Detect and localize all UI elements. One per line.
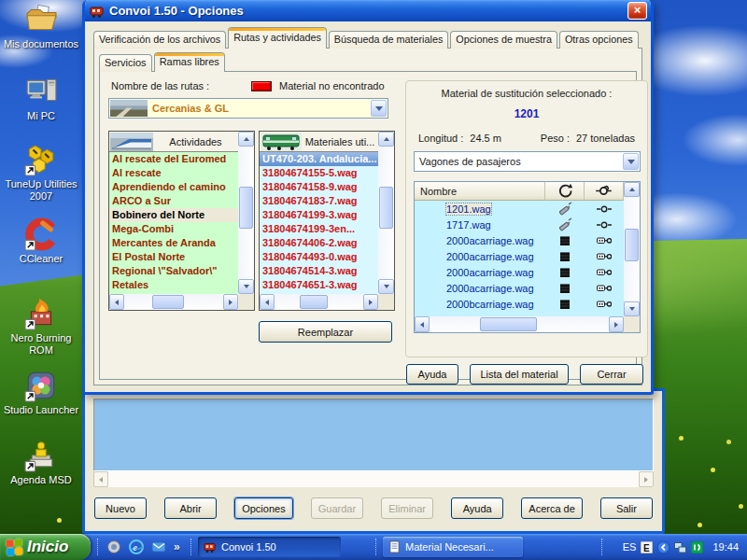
taskbar-button-convoi[interactable]: Convoi 1.50 <box>198 537 341 557</box>
scroll-button[interactable] <box>639 471 654 487</box>
desktop-icon-my-computer[interactable]: Mi PC <box>2 75 80 122</box>
coupling-icon[interactable] <box>585 182 624 201</box>
ayuda-button[interactable]: Ayuda <box>406 364 458 385</box>
materials-vertical-scrollbar[interactable] <box>378 132 394 294</box>
table-row[interactable]: 1201.wag <box>415 201 624 217</box>
scroll-button[interactable] <box>238 132 254 147</box>
reverse-icon[interactable] <box>545 182 585 201</box>
acerca-de-button[interactable]: Acerca de <box>521 497 583 519</box>
tab-b-squeda-de-materiales[interactable]: Búsqueda de materiales <box>329 31 448 49</box>
scroll-button[interactable] <box>363 294 378 310</box>
activity-item[interactable]: Regional \"Salvador\" <box>109 264 238 278</box>
activity-item[interactable]: Retales <box>109 278 238 292</box>
network-icon[interactable] <box>674 541 686 553</box>
tab-otras-opciones[interactable]: Otras opciones <box>559 31 639 49</box>
category-combobox[interactable]: Vagones de pasajeros <box>414 151 641 172</box>
subtab-ramas-libres[interactable]: Ramas libres <box>154 52 225 72</box>
dialog-titlebar[interactable]: Convoi 1.50 - Opciones × <box>85 0 651 21</box>
ayuda-button[interactable]: Ayuda <box>451 497 503 519</box>
activity-item[interactable]: Aprendiendo el camino <box>109 180 238 194</box>
language-indicator[interactable]: ES <box>623 541 637 553</box>
scroll-button[interactable] <box>260 294 275 310</box>
main-window-content-area[interactable] <box>93 399 654 471</box>
material-item[interactable]: 31804674199-3.wag <box>260 208 378 222</box>
material-item[interactable]: UT470-203. Andalucia... <box>260 152 378 166</box>
green-app-icon[interactable] <box>691 541 703 553</box>
desktop-icon-nero[interactable]: Nero Burning ROM <box>2 297 80 357</box>
table-row[interactable]: 2000acarriage.wag <box>415 280 624 296</box>
desktop-icon-agenda-msd[interactable]: Agenda MSD <box>2 439 80 486</box>
app-icon[interactable] <box>106 539 121 554</box>
desktop-icon-tuneup[interactable]: TuneUp Utilities 2007 <box>2 143 80 203</box>
scroll-track[interactable] <box>430 316 609 332</box>
scroll-button[interactable] <box>609 316 624 332</box>
scroll-track[interactable] <box>238 147 254 279</box>
scroll-button[interactable] <box>415 316 430 332</box>
scroll-track[interactable] <box>624 197 640 301</box>
close-button[interactable]: × <box>627 2 647 20</box>
material-item[interactable]: 31804674199-3en... <box>260 222 378 236</box>
scroll-button[interactable] <box>624 182 640 197</box>
subtab-servicios[interactable]: Servicios <box>99 54 152 72</box>
scroll-button[interactable] <box>109 294 124 310</box>
cerrar-button[interactable]: Cerrar <box>580 364 643 385</box>
scroll-thumb[interactable] <box>379 187 393 229</box>
scroll-track[interactable] <box>275 294 363 310</box>
hide-icons-chevron[interactable] <box>657 541 669 553</box>
table-row[interactable]: 2000acarriage.wag <box>415 232 624 248</box>
quick-launch-overflow[interactable]: » <box>174 540 180 553</box>
wagon-table-vertical-scrollbar[interactable] <box>624 182 640 316</box>
scroll-thumb[interactable] <box>625 229 639 262</box>
scroll-thumb[interactable] <box>480 317 537 331</box>
material-item[interactable]: 31804674651-3.wag <box>260 278 378 292</box>
category-dropdown-button[interactable] <box>623 153 639 170</box>
wagon-table-horizontal-scrollbar[interactable] <box>415 316 624 332</box>
outlook-express-icon[interactable] <box>151 539 166 554</box>
material-item[interactable]: 31804674493-0.wag <box>260 250 378 264</box>
taskbar-button-material[interactable]: Material Necesari... <box>383 537 523 557</box>
material-item[interactable]: 31804674406-2.wag <box>260 236 378 250</box>
activity-item[interactable]: ARCO a Sur <box>109 194 238 208</box>
scroll-thumb[interactable] <box>152 295 184 309</box>
main-window-horizontal-scrollbar[interactable] <box>93 471 654 487</box>
start-button[interactable]: Inicio <box>0 534 91 560</box>
scroll-button[interactable] <box>378 132 394 147</box>
route-combobox[interactable]: Cercanias & GL <box>108 98 388 119</box>
tab-rutas-y-actividades[interactable]: Rutas y actividades <box>228 27 327 49</box>
table-row[interactable]: 2000acarriage.wag <box>415 248 624 264</box>
tray-e-icon[interactable]: E <box>641 541 653 553</box>
table-row[interactable]: 1717.wag <box>415 217 624 232</box>
material-item[interactable]: 31804674158-9.wag <box>260 180 378 194</box>
activities-horizontal-scrollbar[interactable] <box>109 294 238 310</box>
tab-verificaci-n-de-los-archivos[interactable]: Verificación de los archivos <box>93 31 226 49</box>
activity-item[interactable]: Al rescate del Euromed <box>109 152 238 166</box>
material-item[interactable]: 31804674155-5.wag <box>260 166 378 180</box>
activity-item[interactable]: Al rescate <box>109 166 238 180</box>
scroll-track[interactable] <box>124 294 223 310</box>
route-dropdown-button[interactable] <box>371 100 387 117</box>
abrir-button[interactable]: Abrir <box>164 497 217 519</box>
activity-item[interactable]: Mercantes de Aranda <box>109 236 238 250</box>
internet-explorer-icon[interactable]: e <box>129 539 144 554</box>
scroll-button[interactable] <box>378 279 394 294</box>
replace-button[interactable]: Reemplazar <box>259 321 392 343</box>
materials-horizontal-scrollbar[interactable] <box>260 294 378 310</box>
scroll-button[interactable] <box>93 471 108 487</box>
activity-item[interactable]: El Postal Norte <box>109 250 238 264</box>
activity-item[interactable]: Mega-Combi <box>109 222 238 236</box>
table-row[interactable]: 2000acarriage.wag <box>415 264 624 280</box>
nuevo-button[interactable]: Nuevo <box>94 497 147 519</box>
scroll-thumb[interactable] <box>300 295 328 309</box>
name-column-header[interactable]: Nombre <box>415 182 545 201</box>
opciones-button[interactable]: Opciones <box>234 497 292 519</box>
material-item[interactable]: 31804674514-3.wag <box>260 264 378 278</box>
desktop-icon-ccleaner[interactable]: CCleaner <box>2 217 80 265</box>
scroll-button[interactable] <box>624 301 640 316</box>
scroll-button[interactable] <box>238 279 254 294</box>
material-item[interactable]: 31804674183-7.wag <box>260 194 378 208</box>
desktop-icon-studio-launcher[interactable]: Studio Launcher <box>2 369 80 416</box>
desktop-icon-my-documents[interactable]: Mis documentos <box>2 3 80 50</box>
scroll-track[interactable] <box>108 471 639 487</box>
activities-vertical-scrollbar[interactable] <box>238 132 254 294</box>
scroll-track[interactable] <box>378 147 394 279</box>
